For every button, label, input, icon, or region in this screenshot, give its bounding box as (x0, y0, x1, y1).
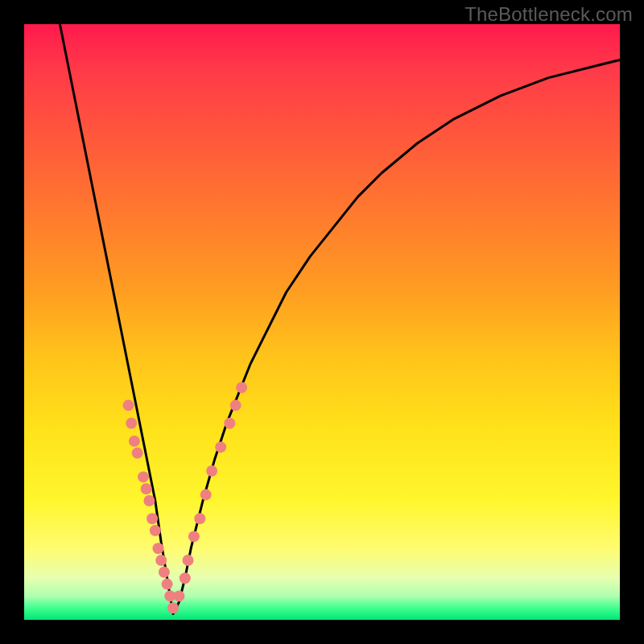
chart-svg (24, 24, 620, 620)
scatter-dot (215, 441, 226, 452)
scatter-dot (206, 465, 217, 477)
scatter-dot (155, 555, 167, 566)
scatter-dot (153, 543, 164, 554)
scatter-dot (236, 382, 247, 393)
scatter-dot (129, 436, 140, 447)
scatter-dot (141, 483, 152, 494)
scatter-dot (194, 513, 205, 524)
scatter-dot (173, 590, 184, 601)
scatter-dot (200, 489, 212, 501)
scatter-dot (147, 513, 158, 524)
scatter-dot (143, 495, 155, 506)
scatter-dot (159, 567, 170, 578)
scatter-dot (167, 602, 179, 613)
scatter-dot (230, 400, 242, 411)
scatter-dot (162, 579, 173, 590)
scatter-dot (180, 572, 191, 584)
scatter-dot (138, 471, 149, 482)
scatter-dot (224, 418, 235, 429)
scatter-dot (123, 400, 134, 411)
scatter-dot (150, 525, 161, 536)
bottleneck-curve (60, 24, 620, 614)
scatter-dot (126, 418, 137, 429)
scatter-dot (188, 530, 200, 542)
watermark-text: TheBottleneck.com (464, 3, 633, 26)
scatter-dot (183, 555, 194, 566)
scatter-dot (132, 448, 143, 459)
